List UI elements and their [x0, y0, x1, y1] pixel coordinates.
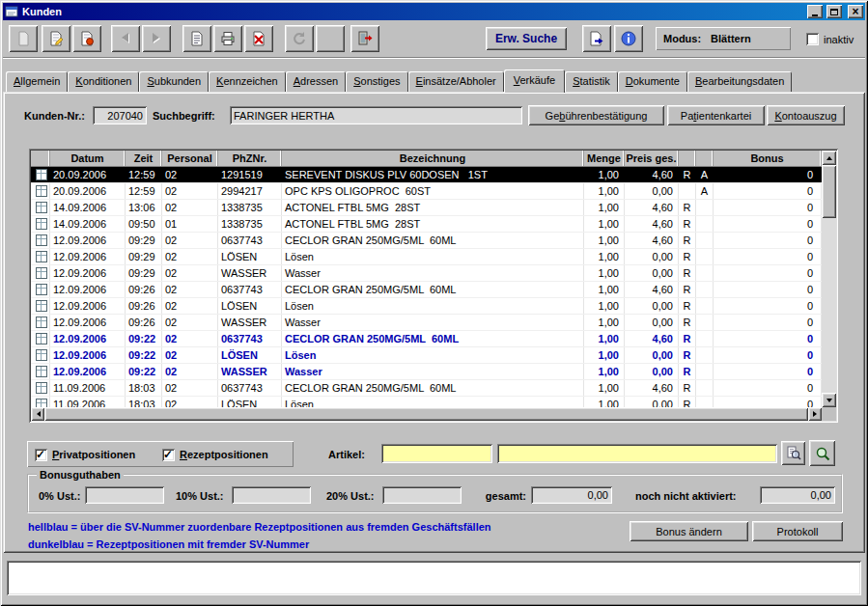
inaktiv-checkbox-box[interactable]: [806, 33, 819, 45]
document-button[interactable]: [182, 25, 211, 52]
rezept-label: Rezeptpositionen: [180, 449, 268, 460]
table-row[interactable]: 12.09.200609:2602LÖSENLösen1,000,00R0: [31, 298, 822, 315]
cell-bonus: 0: [714, 380, 822, 396]
scroll-right-button[interactable]: [808, 407, 822, 421]
tab-adressen[interactable]: Adressen: [286, 71, 346, 92]
cell-preis: 4,60: [625, 331, 679, 346]
cell-menge: 1,00: [584, 200, 625, 215]
cell-datum: 12.09.2006: [50, 282, 126, 297]
erw-suche-button[interactable]: Erw. Suche: [486, 27, 567, 50]
tab-statistik[interactable]: Statistik: [565, 71, 618, 92]
vertical-scroll-thumb[interactable]: [822, 165, 836, 218]
patientenkartei-button[interactable]: Patientenkartei: [667, 105, 765, 125]
cell-bezeichnung: CECLOR GRAN 250MG/5ML 60ML: [282, 331, 584, 346]
status-input[interactable]: [7, 561, 861, 595]
vertical-scrollbar[interactable]: [822, 151, 836, 407]
kontoauszug-button[interactable]: Kontoauszug: [767, 105, 845, 125]
cell-datum: 20.09.2006: [50, 167, 126, 182]
sale-item-icon: [36, 169, 47, 180]
table-row[interactable]: 12.09.200609:2202WASSERWasser1,000,00R0: [31, 364, 822, 380]
table-row[interactable]: 14.09.200609:50011338735ACTONEL FTBL 5MG…: [31, 216, 822, 233]
tab-einsaetze-abholer[interactable]: Einsätze/Abholer: [408, 71, 504, 92]
cell-f1: R: [679, 331, 696, 346]
cell-preis: 0,00: [625, 249, 679, 264]
close-button[interactable]: [848, 5, 863, 18]
bonus-aendern-button[interactable]: Bonus ändern: [630, 521, 748, 541]
row-type-icon: [31, 216, 50, 232]
sale-item-icon: [36, 382, 47, 394]
protokoll-button[interactable]: Protokoll: [752, 521, 843, 541]
kunden-nr-field[interactable]: [93, 106, 147, 124]
cell-zeit: 09:50: [126, 216, 162, 232]
nav-back-button: [111, 25, 140, 52]
scroll-up-button[interactable]: [822, 151, 836, 165]
ust20-field[interactable]: [382, 486, 462, 504]
tab-konditionen[interactable]: Konditionen: [68, 71, 139, 92]
table-row[interactable]: 11.09.200618:0302LÖSENLösen1,000,00R0: [31, 397, 822, 407]
info-button[interactable]: [614, 25, 643, 52]
scroll-down-button[interactable]: [822, 393, 836, 407]
table-row[interactable]: 20.09.200612:59021291519SEREVENT DISKUS …: [31, 167, 822, 183]
table-row[interactable]: 14.09.200613:06021338735ACTONEL FTBL 5MG…: [31, 200, 822, 216]
tab-dokumente[interactable]: Dokumente: [618, 71, 687, 92]
cell-bonus: 0: [714, 347, 822, 363]
modus-value: Blättern: [711, 33, 751, 44]
tab-allgemein[interactable]: Allgemein: [6, 71, 68, 92]
horizontal-scroll-thumb[interactable]: [44, 407, 808, 421]
cell-datum: 12.09.2006: [50, 347, 126, 363]
cell-menge: 1,00: [584, 265, 625, 281]
column-header-Bezeichnung: Bezeichnung: [282, 151, 584, 166]
table-row[interactable]: 12.09.200609:26020637743CECLOR GRAN 250M…: [31, 282, 822, 298]
edit-record-button[interactable]: [42, 25, 70, 52]
tab-sonstiges[interactable]: Sonstiges: [346, 71, 407, 92]
tab-kennzeichen[interactable]: Kennzeichen: [209, 71, 286, 92]
delete-record-button[interactable]: [244, 25, 273, 52]
cell-menge: 1,00: [584, 331, 625, 346]
table-row[interactable]: 11.09.200618:03020637743CECLOR GRAN 250M…: [31, 380, 822, 397]
maximize-button[interactable]: [826, 5, 842, 18]
toolbar: Erw. Suche Modus: Blättern inaktiv: [3, 21, 865, 56]
cell-personal: 01: [162, 216, 218, 232]
tab-bearbeitungsdaten[interactable]: Bearbeitungsdaten: [687, 71, 792, 92]
table-row[interactable]: 12.09.200609:29020637743CECLOR GRAN 250M…: [31, 233, 822, 249]
artikel-search-button[interactable]: [809, 440, 835, 466]
cell-phznr: LÖSEN: [218, 397, 282, 407]
exit-button[interactable]: [350, 25, 379, 52]
tab-strip: Allgemein Konditionen Subkunden Kennzeic…: [6, 71, 792, 92]
print-button[interactable]: [213, 25, 242, 52]
horizontal-scrollbar[interactable]: [31, 407, 822, 421]
table-row[interactable]: 12.09.200609:2202LÖSENLösen1,000,00R0: [31, 347, 822, 364]
artikel-code-field[interactable]: [381, 444, 492, 463]
nav-forward-button: [142, 25, 171, 52]
tab-verkaeufe[interactable]: Verkäufe: [504, 69, 565, 93]
suchbegriff-field[interactable]: [230, 106, 522, 124]
table-row[interactable]: 20.09.200612:59022994217OPC KPS OLIGOPRO…: [31, 183, 822, 200]
scroll-left-button[interactable]: [31, 407, 44, 421]
tab-subkunden[interactable]: Subkunden: [139, 71, 209, 92]
cell-f2: [696, 298, 714, 314]
save-record-button[interactable]: [72, 25, 101, 52]
ust10-field[interactable]: [232, 486, 311, 504]
export-button[interactable]: [582, 25, 611, 52]
gesamt-field[interactable]: [531, 486, 612, 504]
minimize-button[interactable]: [807, 5, 823, 18]
modus-box: Modus: Blättern: [656, 27, 791, 50]
table-row[interactable]: 12.09.200609:2902LÖSENLösen1,000,00R0: [31, 249, 822, 265]
table-row[interactable]: 12.09.200609:2902WASSERWasser1,000,00R0: [31, 265, 822, 282]
aktiviert-field[interactable]: [760, 486, 835, 504]
rezept-checkbox[interactable]: [162, 448, 175, 461]
artikel-name-field[interactable]: [497, 444, 777, 463]
new-record-button: [9, 25, 38, 52]
privat-checkbox[interactable]: [35, 448, 47, 461]
inaktiv-checkbox[interactable]: [806, 32, 819, 45]
privat-checkbox-box[interactable]: [35, 449, 47, 461]
rezept-checkbox-box[interactable]: [162, 449, 175, 461]
row-type-icon: [31, 380, 50, 396]
sale-item-icon: [36, 366, 47, 377]
ust0-field[interactable]: [85, 486, 164, 504]
gebuehrenbestaetigung-button[interactable]: Gebührenbestätigung: [528, 105, 664, 125]
cell-bezeichnung: Wasser: [282, 364, 584, 379]
table-row[interactable]: 12.09.200609:2602WASSERWasser1,000,00R0: [31, 315, 822, 331]
artikel-preview-search-button[interactable]: [781, 441, 805, 465]
table-row[interactable]: 12.09.200609:22020637743CECLOR GRAN 250M…: [31, 331, 822, 347]
